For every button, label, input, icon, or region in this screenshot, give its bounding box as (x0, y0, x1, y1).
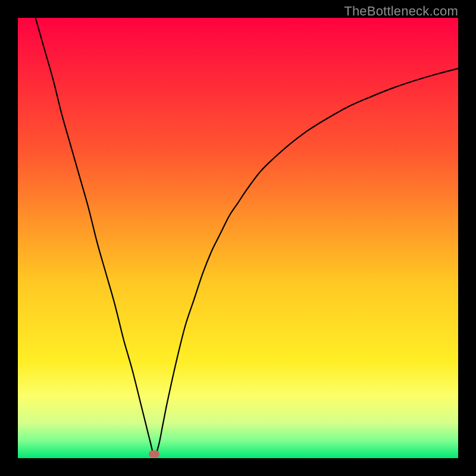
watermark-text: TheBottleneck.com (344, 4, 458, 19)
bottleneck-curve (36, 18, 458, 456)
plot-area (18, 18, 458, 458)
optimum-marker (149, 450, 159, 458)
curve-layer (18, 18, 458, 458)
chart-frame: TheBottleneck.com (0, 0, 476, 476)
